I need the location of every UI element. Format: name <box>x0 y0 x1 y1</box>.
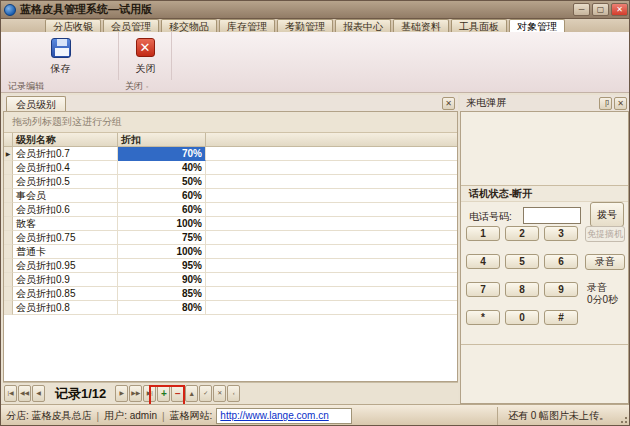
dial-button[interactable]: 拨号 <box>590 202 624 227</box>
table-row[interactable]: 会员折扣0.4 40% <box>4 161 457 175</box>
close-document-icon[interactable]: ✕ <box>442 97 455 110</box>
nav-last-button[interactable]: ▶| <box>143 385 156 402</box>
cell-level-name[interactable]: 会员折扣0.4 <box>13 161 118 175</box>
minimize-button[interactable]: ─ <box>573 3 590 16</box>
cell-discount[interactable]: 50% <box>118 175 206 189</box>
group-by-band[interactable]: 拖动列标题到这进行分组 <box>4 112 457 133</box>
close-window-button[interactable]: ✕ <box>611 3 628 16</box>
nav-post-button[interactable]: ✓ <box>199 385 212 402</box>
table-row[interactable]: ▶ 会员折扣0.7 70% <box>4 147 457 161</box>
header-discount[interactable]: 折扣 <box>118 133 206 147</box>
record-button[interactable]: 录音 <box>585 254 625 270</box>
cell-level-name[interactable]: 会员折扣0.8 <box>13 301 118 315</box>
tab-tool-panel[interactable]: 工具面板 <box>451 19 507 32</box>
save-button[interactable]: 保存 <box>41 34 81 79</box>
table-row[interactable]: 会员折扣0.85 85% <box>4 287 457 301</box>
nav-delete-button[interactable]: − <box>171 385 184 402</box>
cell-discount[interactable]: 100% <box>118 217 206 231</box>
cell-discount[interactable]: 85% <box>118 287 206 301</box>
close-button-label: 关闭 <box>136 62 156 76</box>
table-row[interactable]: 会员折扣0.95 95% <box>4 259 457 273</box>
keypad-1[interactable]: 1 <box>466 226 500 241</box>
tab-transfer-items[interactable]: 移交物品 <box>161 19 217 32</box>
cell-discount[interactable]: 100% <box>118 245 206 259</box>
tab-inventory-management[interactable]: 库存管理 <box>219 19 275 32</box>
table-row[interactable]: 会员折扣0.6 60% <box>4 203 457 217</box>
cell-level-name[interactable]: 会员折扣0.9 <box>13 273 118 287</box>
header-indicator-cell <box>4 133 13 147</box>
cell-level-name[interactable]: 普通卡 <box>13 245 118 259</box>
cell-discount[interactable]: 40% <box>118 161 206 175</box>
close-panel-button[interactable]: ✕ 关闭 <box>126 34 166 79</box>
cell-filler <box>206 175 457 189</box>
nav-prev-button[interactable]: ◀ <box>32 385 45 402</box>
cell-discount[interactable]: 80% <box>118 301 206 315</box>
keypad-7[interactable]: 7 <box>466 282 500 297</box>
ribbon: 保存 ✕ 关闭 记录编辑 关闭◦ <box>1 32 630 93</box>
row-indicator <box>4 287 13 301</box>
cell-filler <box>206 217 457 231</box>
nav-append-button[interactable]: + <box>157 385 170 402</box>
close-call-panel-icon[interactable]: ✕ <box>614 97 627 110</box>
maximize-button[interactable]: ▢ <box>592 3 609 16</box>
nav-cancel-button[interactable]: ✕ <box>213 385 226 402</box>
keypad-pound[interactable]: # <box>544 310 578 325</box>
cell-filler <box>206 273 457 287</box>
cell-level-name[interactable]: 会员折扣0.5 <box>13 175 118 189</box>
nav-first-button[interactable]: |◀ <box>4 385 17 402</box>
pin-icon[interactable]: 卩 <box>599 97 612 110</box>
keypad-3[interactable]: 3 <box>544 226 578 241</box>
tab-report-center[interactable]: 报表中心 <box>335 19 391 32</box>
phone-number-label: 电话号码: <box>469 210 512 224</box>
keypad-star[interactable]: * <box>466 310 500 325</box>
cell-level-name[interactable]: 会员折扣0.85 <box>13 287 118 301</box>
tab-attendance-management[interactable]: 考勤管理 <box>277 19 333 32</box>
row-indicator <box>4 217 13 231</box>
keypad-8[interactable]: 8 <box>505 282 539 297</box>
header-level-name[interactable]: 级别名称 <box>13 133 118 147</box>
cell-level-name[interactable]: 会员折扣0.6 <box>13 203 118 217</box>
cell-discount[interactable]: 75% <box>118 231 206 245</box>
nav-edit-button[interactable]: ▲ <box>185 385 198 402</box>
group-caption-close[interactable]: 关闭◦ <box>120 80 172 93</box>
cell-level-name[interactable]: 事会员 <box>13 189 118 203</box>
nav-prev-page-button[interactable]: ◀◀ <box>18 385 31 402</box>
cell-level-name[interactable]: 会员折扣0.75 <box>13 231 118 245</box>
tab-object-management[interactable]: 对象管理 <box>509 19 565 32</box>
cell-discount[interactable]: 95% <box>118 259 206 273</box>
cell-discount-selected[interactable]: 70% <box>118 147 206 161</box>
keypad-0[interactable]: 0 <box>505 310 539 325</box>
keypad-4[interactable]: 4 <box>466 254 500 269</box>
resize-grip[interactable] <box>617 413 629 425</box>
save-floppy-icon <box>51 38 71 58</box>
table-row[interactable]: 普通卡 100% <box>4 245 457 259</box>
cell-level-name[interactable]: 散客 <box>13 217 118 231</box>
title-bar: 蓝格皮具管理系统—试用版 ─ ▢ ✕ <box>1 1 630 19</box>
tab-basic-data[interactable]: 基础资料 <box>393 19 449 32</box>
table-row[interactable]: 事会员 60% <box>4 189 457 203</box>
table-row[interactable]: 会员折扣0.9 90% <box>4 273 457 287</box>
tab-branch-cashier[interactable]: 分店收银 <box>45 19 101 32</box>
cell-level-name[interactable]: 会员折扣0.95 <box>13 259 118 273</box>
cell-level-name[interactable]: 会员折扣0.7 <box>13 147 118 161</box>
website-link[interactable]: http://www.lange.com.cn <box>220 410 328 421</box>
cell-discount[interactable]: 90% <box>118 273 206 287</box>
table-row[interactable]: 会员折扣0.5 50% <box>4 175 457 189</box>
keypad-6[interactable]: 6 <box>544 254 578 269</box>
tab-member-management[interactable]: 会员管理 <box>103 19 159 32</box>
keypad-2[interactable]: 2 <box>505 226 539 241</box>
nav-next-button[interactable]: ▶ <box>115 385 128 402</box>
phone-number-input[interactable] <box>523 207 581 224</box>
tab-member-level[interactable]: 会员级别 <box>6 96 66 111</box>
row-indicator <box>4 161 13 175</box>
handsfree-button[interactable]: 免提摘机 <box>585 226 625 242</box>
keypad-9[interactable]: 9 <box>544 282 578 297</box>
table-row[interactable]: 会员折扣0.8 80% <box>4 301 457 315</box>
nav-refresh-button[interactable]: ‹ <box>227 385 240 402</box>
table-row[interactable]: 会员折扣0.75 75% <box>4 231 457 245</box>
cell-discount[interactable]: 60% <box>118 203 206 217</box>
table-row[interactable]: 散客 100% <box>4 217 457 231</box>
keypad-5[interactable]: 5 <box>505 254 539 269</box>
nav-next-page-button[interactable]: ▶▶ <box>129 385 142 402</box>
cell-discount[interactable]: 60% <box>118 189 206 203</box>
